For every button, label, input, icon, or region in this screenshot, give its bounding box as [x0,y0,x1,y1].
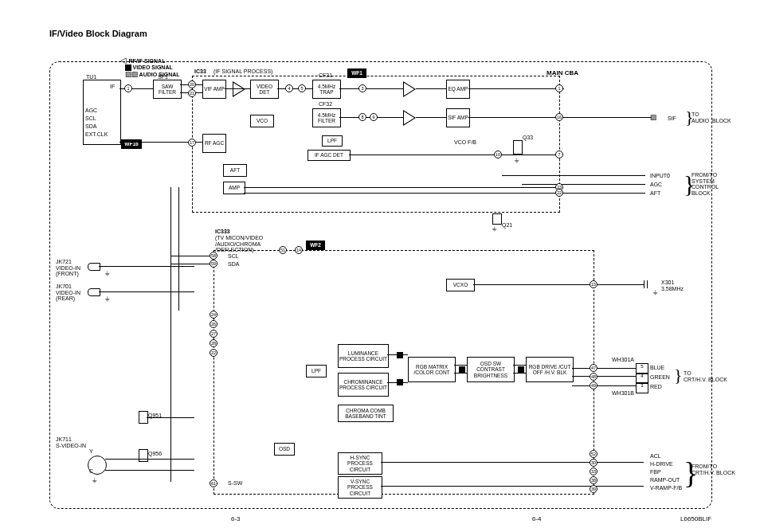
ramp: RAMP-OUT [650,477,680,483]
video-arrow-2 [397,379,403,385]
pin: 5 [298,84,306,92]
video-arrow [397,352,403,358]
input0: INPUT0 [650,173,670,179]
pin: 7 [555,151,563,158]
q956: Q956 [148,451,162,457]
if-label: IF [110,84,115,90]
pin: 61 [210,479,217,487]
hdrive: H-DRIVE [650,461,673,467]
rgb-matrix: RGB MATRIX /COLOR CONT [408,357,456,382]
pin: 4 [285,84,293,92]
vsync: V-SYNC PROCESS CIRCUIT [338,476,382,499]
x301: X301 3.58MHz [661,280,684,291]
chroma-comb: CHROMA COMB BASEBAND TINT [338,405,394,422]
extclk-label: EXT.CLK [85,131,108,138]
q956-sym [139,449,148,462]
pin: 59 [210,260,217,268]
pin: 26 [210,320,217,328]
chrominance: CHROMINANCE PROCESS CIRCUIT [338,373,389,397]
jk711: JK711 S-VIDEO-IN [56,436,86,448]
vif-amp: VIF AMP [202,80,226,99]
wh301a: WH301A [612,357,634,363]
pin: 1 [555,84,563,92]
hsync: H-SYNC PROCESS CIRCUIT [338,452,382,475]
rgb-drive: RGB DRIVE /CUT OFF /H.V. BLK [526,357,574,382]
pin: 15 [590,280,597,288]
amp-box: AMP [223,182,245,194]
wf2-badge: WF2 [306,241,325,250]
wf16-badge: WF16 [121,139,142,149]
pin: 38 [590,476,597,484]
pin: 21 [188,89,196,97]
pin: 9 [370,113,378,121]
pin: 3 [358,84,366,92]
pin: 22 [555,189,563,197]
green: GREEN [650,374,670,381]
pin: 10 [494,151,502,158]
scl-mid: SCL [228,253,239,260]
footer-left: 6-3 [231,516,241,523]
footer-code: L6650BLIF [680,516,711,523]
pin: 30 [590,459,597,467]
trap-box: 4.5MHz TRAP [312,80,341,99]
scl-label: SCL [85,115,96,122]
q33-sym [513,140,523,155]
page: IF/Video Block Diagram ◁ RF/IF SIGNAL VI… [0,0,760,532]
q33-label: Q33 [523,135,533,141]
sif-amp: SIF AMP [446,108,470,127]
y-label: Y [89,448,93,455]
blue: BLUE [650,365,664,371]
footer-right: 6-4 [532,516,542,523]
to-crt: TO CRT/H.V. BLOCK [684,370,727,382]
page-title: IF/Video Block Diagram [49,29,147,38]
xtal-icon [644,280,648,288]
sys-label: FROM/TO SYSTEM CONTROL BLOCK [691,172,719,197]
pin: 22 [210,349,217,357]
ic33-label: IC33 [194,68,206,75]
pin: 16 [555,113,563,121]
video-arrow-3 [459,366,465,373]
q21-label: Q21 [502,222,512,229]
video-arrow-4 [518,366,524,373]
q21-sym [492,213,502,225]
cf31-label: CF31 [319,72,332,79]
jack-icon-2 [88,288,100,296]
pin: 48 [590,373,597,381]
lpf-top: LPF [322,135,343,147]
jk721: JK721 VIDEO-IN (FRONT) [56,259,80,277]
ic333-note: (TV MICON/VIDEO /AUDIO/CHROMA /DEFLECTIO… [215,235,263,253]
jk701: JK701 VIDEO-IN (REAR) [56,284,80,302]
gnd-icon: ⏚ [515,156,519,164]
aft-r: AFT [650,190,660,197]
gnd-icon-2: ⏚ [492,225,496,233]
pin: 49 [590,381,597,389]
filter-box: 4.5MHz FILTER [312,108,341,127]
sda-mid: SDA [228,261,239,268]
pin: 39 [590,485,597,493]
agc-label: AGC [85,108,97,114]
aft: AFT [223,164,247,177]
pin: 24 [210,311,217,319]
eq-amp: EQ AMP [446,80,470,99]
ic333-label: IC333 [215,229,230,235]
ifagc-det: IF AGC DET [308,150,351,161]
acl: ACL [650,453,661,460]
pin: 17 [188,139,196,147]
pin: 8 [358,113,366,121]
lpf-mid: LPF [306,365,327,377]
pin: 51 [279,246,287,254]
conn-3: 3 [636,382,648,393]
pin: 20 [188,80,196,88]
fbp: FBP [650,469,661,475]
pin: 33 [590,467,597,475]
saw-box: SAW FILTER [153,80,182,99]
vcxo: VCXO [446,279,475,291]
pin: 52 [590,450,597,458]
svideo-jack [88,456,107,475]
rf-agc: RF AGC [202,134,226,153]
pin: 27 [210,330,217,338]
pin: 1 [124,84,132,92]
video-det: VIDEO DET [250,80,279,99]
vramp: V-RAMP-F/B [650,485,682,491]
wh301b: WH301B [612,390,634,397]
